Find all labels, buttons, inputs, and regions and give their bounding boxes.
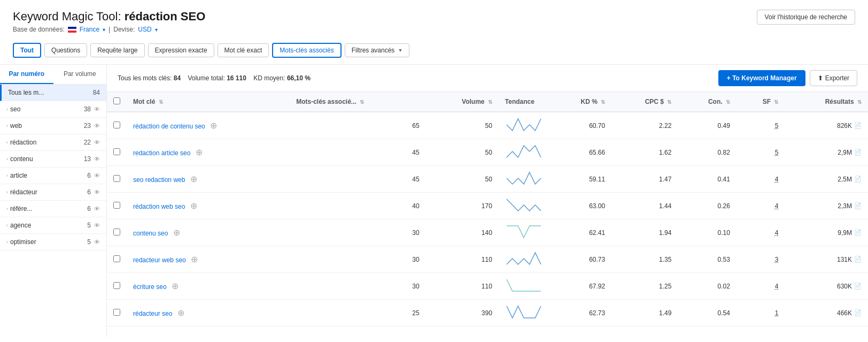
eye-icon[interactable]: 👁 — [94, 189, 100, 195]
eye-icon[interactable]: 👁 — [94, 139, 100, 146]
chevron-right-icon: › — [6, 156, 8, 162]
doc-icon-5[interactable]: 📄 — [854, 256, 862, 263]
table-body: rédaction de contenu seo ⊕ 65 50 60.70 2… — [107, 112, 868, 326]
currency-link[interactable]: USD — [138, 26, 151, 33]
sf-value-6: 4 — [775, 283, 779, 290]
doc-icon-6[interactable]: 📄 — [854, 283, 862, 290]
row-checkbox-4[interactable] — [113, 229, 120, 235]
eye-icon[interactable]: 👁 — [94, 239, 100, 245]
keyword-link-6[interactable]: écriture seo — [133, 283, 167, 291]
row-checkbox-5[interactable] — [113, 255, 120, 262]
row-checkbox-7[interactable] — [113, 309, 120, 316]
doc-icon-7[interactable]: 📄 — [854, 309, 862, 316]
keyword-link-2[interactable]: seo redaction web — [133, 176, 185, 184]
table-row: écriture seo ⊕ 30 110 67.92 1.25 0.02 4 … — [107, 273, 868, 300]
add-keyword-icon-3[interactable]: ⊕ — [190, 201, 197, 210]
select-all-checkbox[interactable] — [113, 97, 120, 104]
doc-icon-3[interactable]: 📄 — [854, 202, 862, 209]
table-row: seo redaction web ⊕ 45 50 59.11 1.47 0.4… — [107, 166, 868, 193]
country-link[interactable]: France — [80, 26, 99, 33]
tab-par-volume[interactable]: Par volume — [53, 65, 107, 84]
result-value-1: 2,9M — [838, 149, 852, 156]
filter-mot-cle-exact[interactable]: Mot clé exact — [218, 43, 269, 57]
currency-chevron-icon[interactable]: ▾ — [155, 27, 158, 33]
table-row: rédaction de contenu seo ⊕ 65 50 60.70 2… — [107, 112, 868, 139]
stats-bar: Tous les mots clés: 84 Volume total: 16 … — [107, 65, 868, 92]
result-value-2: 2,5M — [838, 176, 852, 183]
tab-par-numero[interactable]: Par numéro — [0, 65, 53, 84]
doc-icon-2[interactable]: 📄 — [854, 176, 862, 183]
result-value-4: 9,9M — [838, 229, 852, 237]
filter-mots-cles-associes[interactable]: Mots-clés associés — [272, 43, 341, 58]
keyword-manager-button[interactable]: + To Keyword Manager — [718, 70, 805, 86]
sf-value-1: 5 — [775, 149, 779, 156]
chevron-right-icon: › — [6, 189, 8, 195]
eye-icon[interactable]: 👁 — [94, 123, 100, 129]
chevron-right-icon: › — [6, 223, 8, 228]
main-layout: Par numéro Par volume Tous les m... 84 ›… — [0, 65, 868, 337]
row-checkbox-1[interactable] — [113, 148, 120, 155]
filter-bar: Tout Questions Requête large Expression … — [0, 39, 868, 65]
keyword-link-7[interactable]: rédacteur seo — [133, 310, 172, 317]
sidebar-item-seo[interactable]: › seo 38 👁 — [0, 101, 106, 118]
doc-icon-4[interactable]: 📄 — [854, 229, 862, 236]
table-row: rédaction web seo ⊕ 40 170 63.00 1.44 0.… — [107, 193, 868, 219]
table-header: Mot clé ⇅ Mots-clés associé... ⇅ Volume … — [107, 92, 868, 112]
result-value-6: 630K — [837, 283, 852, 290]
add-keyword-icon-2[interactable]: ⊕ — [190, 174, 197, 184]
eye-icon[interactable]: 👁 — [94, 172, 100, 179]
add-keyword-icon-7[interactable]: ⊕ — [177, 308, 184, 317]
keyword-link-0[interactable]: rédaction de contenu seo — [133, 123, 205, 130]
eye-icon[interactable]: 👁 — [94, 106, 100, 112]
add-keyword-icon-0[interactable]: ⊕ — [210, 121, 217, 130]
row-checkbox-2[interactable] — [113, 175, 120, 182]
history-button[interactable]: Voir l'historique de recherche — [757, 10, 855, 25]
chevron-down-icon[interactable]: ▾ — [103, 27, 105, 33]
eye-icon[interactable]: 👁 — [94, 206, 100, 212]
add-keyword-icon-6[interactable]: ⊕ — [172, 282, 179, 291]
sf-value-3: 4 — [775, 202, 779, 210]
filter-expression-exacte[interactable]: Expression exacte — [148, 43, 214, 57]
advanced-filters-dropdown[interactable]: Filtres avancés — [345, 43, 410, 57]
sidebar-item-agence[interactable]: › agence 5 👁 — [0, 217, 106, 234]
row-checkbox-3[interactable] — [113, 202, 120, 209]
page-title: Keyword Magic Tool: rédaction SEO — [13, 10, 205, 24]
filter-tout[interactable]: Tout — [13, 43, 41, 58]
add-keyword-icon-4[interactable]: ⊕ — [173, 228, 180, 237]
chevron-right-icon: › — [6, 173, 8, 178]
sidebar-item-optimiser[interactable]: › optimiser 5 👁 — [0, 234, 106, 250]
eye-icon[interactable]: 👁 — [94, 156, 100, 162]
filter-requete-large[interactable]: Requête large — [90, 43, 144, 57]
row-checkbox-0[interactable] — [113, 121, 120, 128]
content-area: Tous les mots clés: 84 Volume total: 16 … — [107, 65, 868, 337]
sf-value-2: 4 — [775, 176, 779, 183]
sidebar-tabs: Par numéro Par volume — [0, 65, 106, 85]
table-row: contenu seo ⊕ 30 140 62.41 1.94 0.10 4 9… — [107, 219, 868, 246]
row-checkbox-6[interactable] — [113, 282, 120, 289]
sidebar-item-rédacteur[interactable]: › rédacteur 6 👁 — [0, 184, 106, 201]
sf-value-0: 5 — [775, 122, 779, 130]
add-keyword-icon-1[interactable]: ⊕ — [196, 148, 203, 157]
table-row: rédacteur seo ⊕ 25 390 62.73 1.49 0.54 1… — [107, 300, 868, 326]
keyword-link-1[interactable]: redaction article seo — [133, 149, 190, 157]
sidebar-item-rédaction[interactable]: › rédaction 22 👁 — [0, 134, 106, 151]
sidebar-item-référe...[interactable]: › référe... 6 👁 — [0, 201, 106, 217]
sidebar-item-web[interactable]: › web 23 👁 — [0, 118, 106, 134]
sidebar-item-contenu[interactable]: › contenu 13 👁 — [0, 151, 106, 168]
result-value-7: 466K — [837, 309, 852, 317]
sf-value-7: 1 — [775, 309, 779, 317]
doc-icon-1[interactable]: 📄 — [854, 149, 862, 156]
keyword-link-5[interactable]: redacteur web seo — [133, 256, 186, 264]
add-keyword-icon-5[interactable]: ⊕ — [191, 255, 198, 264]
filter-questions[interactable]: Questions — [44, 43, 87, 57]
eye-icon[interactable]: 👁 — [94, 222, 100, 229]
sf-value-4: 4 — [775, 229, 779, 237]
export-icon: ⬆ — [818, 74, 823, 82]
france-flag — [68, 27, 76, 33]
doc-icon-0[interactable]: 📄 — [854, 122, 862, 129]
export-button[interactable]: ⬆ Exporter — [810, 70, 857, 86]
keyword-link-4[interactable]: contenu seo — [133, 230, 168, 237]
sidebar-item-article[interactable]: › article 6 👁 — [0, 168, 106, 184]
keyword-link-3[interactable]: rédaction web seo — [133, 203, 185, 210]
sidebar-all-keywords[interactable]: Tous les m... 84 — [0, 85, 106, 101]
